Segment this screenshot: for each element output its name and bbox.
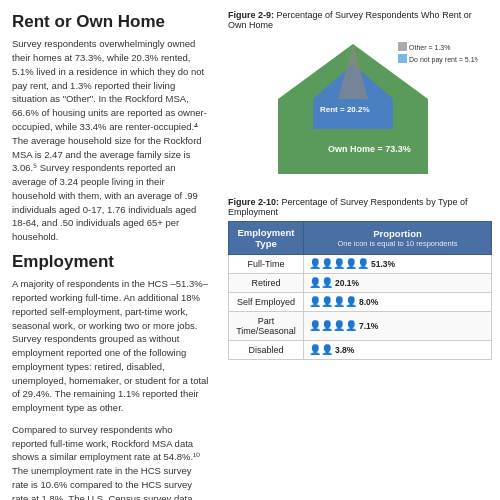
row-label: Retired	[229, 274, 304, 293]
svg-text:Do not pay rent = 5.1%: Do not pay rent = 5.1%	[409, 56, 478, 64]
person-icon: 👤	[309, 321, 321, 331]
row-label: Self Employed	[229, 293, 304, 312]
col1-header: Employment Type	[229, 222, 304, 255]
person-icon: 👤	[309, 297, 321, 307]
person-icon: 👤	[321, 278, 333, 288]
row-icons: 👤👤👤👤8.0%	[304, 293, 492, 312]
proportion-subtext: One icon is equal to 10 respondents	[310, 239, 485, 248]
svg-rect-2	[398, 54, 407, 63]
right-column: Figure 2-9: Percentage of Survey Respond…	[220, 0, 500, 500]
fig2-label: Figure 2-10: Percentage of Survey Respon…	[228, 197, 492, 217]
rent-label: Rent = 20.2%	[320, 105, 370, 114]
fig1-label-bold: Figure 2-9:	[228, 10, 274, 20]
table-row: Retired👤👤20.1%	[229, 274, 492, 293]
row-icons: 👤👤20.1%	[304, 274, 492, 293]
own-label: Own Home = 73.3%	[328, 144, 411, 154]
table-row: Self Employed👤👤👤👤8.0%	[229, 293, 492, 312]
person-icon: 👤	[321, 321, 333, 331]
person-icon: 👤	[345, 259, 357, 269]
row-label: Full-Time	[229, 255, 304, 274]
table-row: Disabled👤👤3.8%	[229, 341, 492, 360]
section2-title: Employment	[12, 252, 210, 272]
person-icon: 👤	[321, 297, 333, 307]
section1-title: Rent or Own Home	[12, 12, 210, 32]
person-icon: 👤	[333, 259, 345, 269]
left-column: Rent or Own Home Survey respondents over…	[0, 0, 220, 500]
row-label: Part Time/Seasonal	[229, 312, 304, 341]
proportion-label: Proportion	[310, 228, 485, 239]
section2-body1: A majority of respondents in the HCS –51…	[12, 277, 210, 415]
section2-body2: Compared to survey respondents who repor…	[12, 423, 210, 500]
row-label: Disabled	[229, 341, 304, 360]
page: Rent or Own Home Survey respondents over…	[0, 0, 500, 500]
person-icon: 👤	[321, 345, 333, 355]
fig2-label-bold: Figure 2-10:	[228, 197, 279, 207]
svg-text:Other = 1.3%: Other = 1.3%	[409, 44, 450, 51]
row-icons: 👤👤3.8%	[304, 341, 492, 360]
person-icon: 👤	[333, 297, 345, 307]
rent-rect	[313, 99, 393, 129]
person-icon: 👤	[309, 259, 321, 269]
section1-body: Survey respondents overwhelmingly owned …	[12, 37, 210, 243]
house-svg: Own Home = 73.3% Rent = 20.2% Other = 1.…	[228, 34, 478, 189]
house-chart: Own Home = 73.3% Rent = 20.2% Other = 1.…	[228, 34, 478, 189]
person-icon: 👤	[309, 278, 321, 288]
table-row: Full-Time👤👤👤👤👤51.3%	[229, 255, 492, 274]
person-icon: 👤	[333, 321, 345, 331]
row-icons: 👤👤👤👤7.1%	[304, 312, 492, 341]
row-icons: 👤👤👤👤👤51.3%	[304, 255, 492, 274]
employment-table-section: Employment Type Proportion One icon is e…	[228, 221, 492, 360]
person-icon: 👤	[309, 345, 321, 355]
employment-table: Employment Type Proportion One icon is e…	[228, 221, 492, 360]
person-icon: 👤	[345, 321, 357, 331]
col2-header: Proportion One icon is equal to 10 respo…	[304, 222, 492, 255]
svg-rect-0	[398, 42, 407, 51]
fig1-label: Figure 2-9: Percentage of Survey Respond…	[228, 10, 492, 30]
person-icon: 👤	[345, 297, 357, 307]
person-icon: 👤	[357, 259, 369, 269]
table-row: Part Time/Seasonal👤👤👤👤7.1%	[229, 312, 492, 341]
person-icon: 👤	[321, 259, 333, 269]
